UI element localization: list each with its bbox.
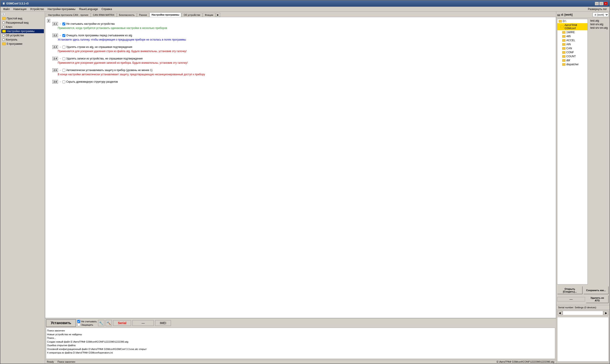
folder-accel-icon	[562, 39, 565, 42]
file-tree-can[interactable]: CAN	[557, 46, 587, 50]
tool-icon-button[interactable]: 🔨	[106, 320, 112, 326]
menu-settings[interactable]: Настройки программы	[46, 7, 77, 11]
tab-can-protocol[interactable]: Настройка протокола CAN - прочее	[46, 13, 91, 17]
file-tree-can-label: CAN	[566, 47, 572, 50]
setting-checkbox-2-1[interactable]	[62, 23, 65, 26]
folder-count-icon	[562, 55, 565, 58]
no-read-checkbox[interactable]	[77, 320, 80, 323]
folder-d-icon	[559, 20, 562, 23]
sidebar-item-key[interactable]: Ключ	[1, 25, 44, 29]
log-line-4: Ошибка открытия файла	[47, 343, 554, 347]
file-tree-dbf-label: dbf	[566, 59, 570, 62]
drive-select[interactable]: d: [work] c: e:	[593, 13, 609, 17]
sidebar-item-extended[interactable]: Расширенный вид	[1, 21, 44, 25]
setting-checkbox-2-2[interactable]	[62, 34, 65, 37]
setting-num-2-4: 2.4	[52, 57, 58, 60]
file-tree-dispatcher-label: dispatcher	[566, 63, 579, 66]
setting-label-2-6: Скрыть древовидную структуру разделов	[66, 80, 118, 83]
no-read-label: Не считывать	[81, 320, 97, 323]
log-area: Поиск закончен Новые устройства не найде…	[46, 328, 555, 359]
file-tree-accel-label: ACCEL	[566, 39, 575, 42]
nav-next-button[interactable]: ▶	[604, 311, 609, 315]
expand-log-button[interactable]: Развернуть лог	[588, 8, 609, 11]
tab-functions[interactable]: Фнкции	[203, 13, 215, 17]
file-tree-conf[interactable]: CONF	[557, 50, 587, 54]
menu-items: Файл Навигация Устройство Настройки прог…	[1, 7, 114, 11]
action-row: Установить Не считывать Защищать 🔧 🔨	[46, 319, 555, 327]
file-tree-dbf[interactable]: dbf	[557, 58, 587, 62]
sidebar-item-about-program[interactable]: 0 программе	[1, 42, 44, 46]
setting-row-2-1: 2.1 → Не считывать настройки из устройст…	[48, 22, 553, 30]
serial-info: Serial number: Settings (0 devices)	[556, 305, 610, 310]
tab-about-device[interactable]: Об устройстве	[182, 13, 202, 17]
tab-misc[interactable]: Разное	[137, 13, 149, 17]
protect-checkbox[interactable]	[77, 323, 80, 326]
open-create-button[interactable]: Открыть [Создать]...	[557, 286, 583, 294]
folder-ain-icon	[562, 43, 565, 46]
tab-can-irma[interactable]: CAN IRMA MATRIX	[91, 13, 117, 17]
paint-icon-button[interactable]: 🔧	[98, 320, 104, 326]
install-button[interactable]: Установить	[46, 319, 76, 327]
file-tree-1wire[interactable]: 1WIRE	[557, 30, 587, 34]
file-tree-ain-label: AIN	[566, 43, 571, 46]
circle-icon	[2, 38, 5, 41]
menu-help[interactable]: Справка	[100, 7, 114, 11]
tab-security[interactable]: Безопасность	[117, 13, 137, 17]
nav-prev-button[interactable]: ◀	[557, 311, 562, 315]
tab-scroll-arrow[interactable]: ▶	[216, 13, 220, 17]
folder-dispatcher-icon	[562, 63, 565, 66]
menu-device[interactable]: Устройство	[28, 7, 46, 11]
setting-hint-2-5: В конце настройки автоматически устанавл…	[52, 73, 553, 76]
log-line-2: Поиск...	[47, 336, 554, 340]
folder-conf-icon	[562, 51, 565, 54]
right-file-1[interactable]: test-srv.atg	[590, 23, 608, 26]
button-separator: —	[557, 297, 585, 301]
sidebar-item-program-settings[interactable]: Настройки программы	[1, 29, 44, 33]
tab-program-settings[interactable]: Настройки программы	[149, 13, 181, 17]
file-tree-count[interactable]: COUNT	[557, 54, 587, 58]
file-tree-drive[interactable]: D:\	[557, 19, 587, 23]
log-line-0: Поиск закончен	[47, 329, 554, 333]
sidebar-item-about-device[interactable]: Об устройстве	[1, 33, 44, 38]
circle-icon	[2, 21, 5, 24]
title-bar: 🖥 GSMConf 3.3.1-r3 — □ ✕	[0, 0, 610, 7]
menu-language[interactable]: Язык/Language	[77, 7, 100, 11]
sidebar-item-control[interactable]: Контроль	[1, 38, 44, 42]
folder-485-icon	[562, 35, 565, 38]
setting-checkbox-2-6[interactable]	[62, 80, 65, 83]
setting-label-2-3: Удалять строки из atg, не спрашивая подт…	[66, 45, 132, 49]
save-as-button[interactable]: Сохранить как...	[583, 286, 609, 294]
file-tree-485[interactable]: 485	[557, 34, 587, 38]
setting-row-2-3: 2.3 → Удалять строки из atg, не спрашива…	[48, 45, 553, 53]
minimize-button[interactable]: —	[595, 2, 599, 5]
sidebar-item-simple[interactable]: Простой вид	[1, 16, 44, 21]
close-button[interactable]: ✕	[604, 2, 608, 5]
setting-row-2-5: 2.5 → Автоматически устанавливать защиту…	[48, 68, 553, 76]
menu-file[interactable]: Файл	[1, 7, 12, 11]
bottom-bar: Установить Не считывать Защищать 🔧 🔨	[45, 318, 556, 360]
delete-atg-button[interactable]: Удалить из ATG	[586, 295, 609, 303]
file-tree-avtograf[interactable]: АвтоГРАФ GSMconf	[557, 23, 587, 30]
maximize-button[interactable]: □	[599, 2, 603, 5]
setting-row-2-2: 2.2 → Очищать поля программы перед считы…	[48, 34, 553, 41]
serial-field: Serial	[113, 320, 131, 326]
setting-num-2-5: 2.5	[52, 68, 58, 72]
right-file-0[interactable]: test.atg	[590, 19, 608, 23]
file-tree-accel[interactable]: ACCEL	[557, 38, 587, 42]
right-buttons: Открыть [Создать]... Сохранить как... — …	[556, 285, 610, 304]
setting-checkbox-2-5[interactable]	[62, 69, 65, 72]
window-title: GSMConf 3.3.1-r3	[6, 2, 28, 5]
action-checkboxes: Не считывать Защищать	[77, 320, 97, 326]
folder-1wire-icon	[562, 31, 565, 34]
right-status-bottom	[556, 363, 610, 364]
tabs-bar: Настройка протокола CAN - прочее CAN IRM…	[45, 12, 556, 17]
folder-icon	[2, 42, 6, 45]
file-tree-ain[interactable]: AIN	[557, 42, 587, 46]
file-tree-dispatcher[interactable]: dispatcher	[557, 62, 587, 66]
right-file-2[interactable]: test-srv-srv.atg	[590, 26, 608, 30]
setting-checkbox-2-4[interactable]	[62, 57, 65, 60]
log-line-3: Создан новый файл E:\АвтоГРАФ GSMconf\CO…	[47, 340, 554, 344]
imei-field: IMEI	[155, 320, 171, 326]
menu-navigation[interactable]: Навигация	[12, 7, 28, 11]
setting-checkbox-2-3[interactable]	[62, 46, 65, 49]
